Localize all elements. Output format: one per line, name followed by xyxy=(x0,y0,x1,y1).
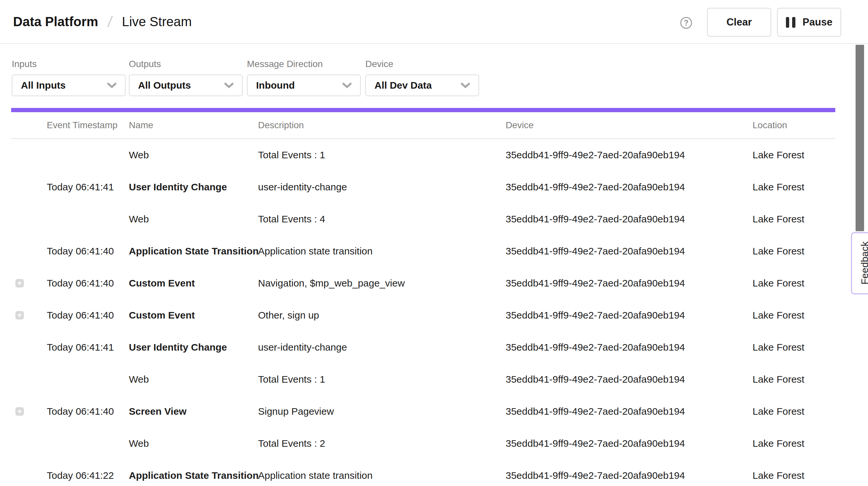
table-row[interactable]: + Today 06:41:40 Custom Event Navigation… xyxy=(11,267,835,299)
row-event-timestamp: Today 06:41:40 xyxy=(47,310,114,321)
row-description: Application state transition xyxy=(258,470,373,481)
column-header-name: Name xyxy=(129,120,153,130)
filter-device: Device All Dev Data xyxy=(365,59,479,96)
live-stream-progress-bar xyxy=(11,108,835,112)
row-name: User Identity Change xyxy=(129,182,227,193)
row-device: 35eddb41-9ff9-49e2-7aed-20afa90eb194 xyxy=(506,278,685,289)
column-header-location: Location xyxy=(752,120,787,130)
row-location: Lake Forest xyxy=(752,470,804,481)
row-name: Web xyxy=(129,149,149,160)
table-header-row: Event Timestamp Name Description Device … xyxy=(11,112,835,139)
row-name: Web xyxy=(129,438,149,449)
row-location: Lake Forest xyxy=(752,182,804,193)
table-row[interactable]: Web Total Events : 1 35eddb41-9ff9-49e2-… xyxy=(11,363,835,395)
expand-row-button[interactable]: + xyxy=(16,311,24,320)
page-title: Live Stream xyxy=(122,14,192,29)
column-header-event-timestamp: Event Timestamp xyxy=(47,120,117,130)
filter-outputs: Outputs All Outputs xyxy=(129,59,243,96)
row-device: 35eddb41-9ff9-49e2-7aed-20afa90eb194 xyxy=(506,470,685,481)
row-description: Total Events : 4 xyxy=(258,214,325,225)
row-name: Screen View xyxy=(129,406,186,417)
pause-button-label: Pause xyxy=(803,17,832,28)
row-device: 35eddb41-9ff9-49e2-7aed-20afa90eb194 xyxy=(506,406,685,417)
inputs-dropdown[interactable]: All Inputs xyxy=(12,74,126,96)
chevron-down-icon xyxy=(461,83,470,88)
feedback-tab[interactable]: Feedback xyxy=(851,232,868,294)
clear-button[interactable]: Clear xyxy=(707,8,771,37)
row-name: Application State Transition xyxy=(129,470,259,481)
row-description: Total Events : 1 xyxy=(258,374,325,385)
row-name: Application State Transition xyxy=(129,246,259,257)
filter-outputs-label: Outputs xyxy=(129,59,243,69)
column-header-description: Description xyxy=(258,120,304,130)
outputs-dropdown[interactable]: All Outputs xyxy=(129,74,243,96)
clear-button-label: Clear xyxy=(726,17,752,28)
chevron-down-icon xyxy=(224,83,234,88)
app-header: Data Platform / Live Stream ? Clear Paus… xyxy=(0,0,868,44)
row-location: Lake Forest xyxy=(752,438,804,449)
filter-device-label: Device xyxy=(365,59,479,69)
device-dropdown-value: All Dev Data xyxy=(374,80,432,91)
message-direction-dropdown-value: Inbound xyxy=(256,80,295,91)
row-device: 35eddb41-9ff9-49e2-7aed-20afa90eb194 xyxy=(506,149,685,160)
filter-message-direction-label: Message Direction xyxy=(247,59,361,69)
filter-inputs: Inputs All Inputs xyxy=(12,59,126,96)
table-row[interactable]: Today 06:41:41 User Identity Change user… xyxy=(11,331,835,363)
inputs-dropdown-value: All Inputs xyxy=(21,80,66,91)
table-row[interactable]: + Today 06:41:40 Screen View Signup Page… xyxy=(11,395,835,427)
chevron-down-icon xyxy=(342,83,351,88)
row-device: 35eddb41-9ff9-49e2-7aed-20afa90eb194 xyxy=(506,246,685,257)
row-name: Custom Event xyxy=(129,310,195,321)
message-direction-dropdown[interactable]: Inbound xyxy=(247,74,361,96)
event-stream-table: Event Timestamp Name Description Device … xyxy=(11,112,835,486)
vertical-scrollbar[interactable] xyxy=(856,45,864,231)
row-event-timestamp: Today 06:41:22 xyxy=(47,470,114,481)
breadcrumb-root[interactable]: Data Platform xyxy=(13,14,98,29)
row-description: Total Events : 2 xyxy=(258,438,325,449)
row-description: Navigation, $mp_web_page_view xyxy=(258,278,405,289)
row-event-timestamp: Today 06:41:40 xyxy=(47,246,114,257)
device-dropdown[interactable]: All Dev Data xyxy=(365,74,479,96)
row-location: Lake Forest xyxy=(752,278,804,289)
table-row[interactable]: Web Total Events : 4 35eddb41-9ff9-49e2-… xyxy=(11,203,835,235)
column-header-device: Device xyxy=(506,120,534,130)
row-device: 35eddb41-9ff9-49e2-7aed-20afa90eb194 xyxy=(506,374,685,385)
table-row[interactable]: Web Total Events : 2 35eddb41-9ff9-49e2-… xyxy=(11,427,835,459)
filter-inputs-label: Inputs xyxy=(12,59,126,69)
outputs-dropdown-value: All Outputs xyxy=(138,80,191,91)
row-location: Lake Forest xyxy=(752,310,804,321)
chevron-down-icon xyxy=(107,83,117,88)
table-row[interactable]: Today 06:41:41 User Identity Change user… xyxy=(11,171,835,203)
row-device: 35eddb41-9ff9-49e2-7aed-20afa90eb194 xyxy=(506,310,685,321)
row-description: user-identity-change xyxy=(258,342,347,353)
pause-icon xyxy=(786,17,796,28)
help-icon[interactable]: ? xyxy=(680,17,692,29)
table-row[interactable]: Today 06:41:40 Application State Transit… xyxy=(11,235,835,267)
table-row[interactable]: Today 06:41:22 Application State Transit… xyxy=(11,459,835,486)
row-name: Web xyxy=(129,214,149,225)
row-name: User Identity Change xyxy=(129,342,227,353)
row-location: Lake Forest xyxy=(752,406,804,417)
filter-message-direction: Message Direction Inbound xyxy=(247,59,361,96)
pause-button[interactable]: Pause xyxy=(777,8,841,37)
row-name: Custom Event xyxy=(129,278,195,289)
row-description: Signup Pageview xyxy=(258,406,334,417)
row-description: Other, sign up xyxy=(258,310,319,321)
row-device: 35eddb41-9ff9-49e2-7aed-20afa90eb194 xyxy=(506,438,685,449)
row-description: Total Events : 1 xyxy=(258,149,325,160)
row-description: Application state transition xyxy=(258,246,373,257)
breadcrumb-separator: / xyxy=(106,13,113,30)
table-row[interactable]: Web Total Events : 1 35eddb41-9ff9-49e2-… xyxy=(11,139,835,171)
expand-row-button[interactable]: + xyxy=(16,407,24,416)
table-row[interactable]: + Today 06:41:40 Custom Event Other, sig… xyxy=(11,299,835,331)
row-event-timestamp: Today 06:41:41 xyxy=(47,182,114,193)
expand-row-button[interactable]: + xyxy=(16,279,24,287)
row-location: Lake Forest xyxy=(752,149,804,160)
row-location: Lake Forest xyxy=(752,374,804,385)
row-event-timestamp: Today 06:41:40 xyxy=(47,406,114,417)
breadcrumb: Data Platform / Live Stream xyxy=(13,0,192,43)
row-event-timestamp: Today 06:41:40 xyxy=(47,278,114,289)
row-device: 35eddb41-9ff9-49e2-7aed-20afa90eb194 xyxy=(506,342,685,353)
row-description: user-identity-change xyxy=(258,182,347,193)
row-device: 35eddb41-9ff9-49e2-7aed-20afa90eb194 xyxy=(506,182,685,193)
